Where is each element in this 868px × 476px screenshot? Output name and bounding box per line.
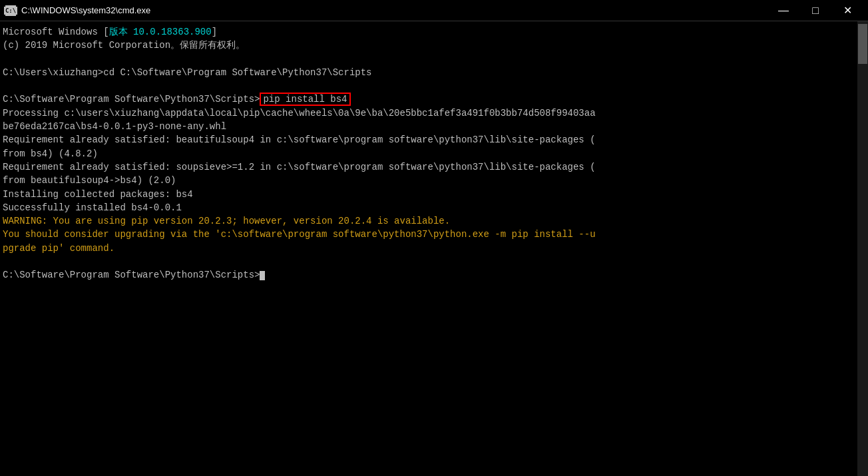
cmd-window: C:\ C:\WINDOWS\system32\cmd.exe — □ ✕ Mi… <box>0 0 868 476</box>
line-8: from bs4) (4.8.2) <box>3 147 852 160</box>
line-warning-1: WARNING: You are using pip version 20.2.… <box>3 214 852 228</box>
line-9: Requirement already satisfied: soupsieve… <box>3 160 852 174</box>
line-7: Requirement already satisfied: beautiful… <box>3 133 852 146</box>
minimize-button[interactable]: — <box>768 0 799 21</box>
line-blank-3 <box>3 255 852 268</box>
line-6: be76eda2167ca\bs4-0.0.1-py3-none-any.whl <box>3 120 852 133</box>
scrollbar-thumb[interactable] <box>858 24 867 64</box>
line-1: Microsoft Windows [版本 10.0.18363.900] <box>3 25 852 39</box>
line-3: C:\Users\xiuzhang>cd C:\Software\Program… <box>3 66 852 79</box>
scrollbar[interactable] <box>857 21 868 476</box>
line-prompt-final: C:\Software\Program Software\Python37\Sc… <box>3 268 852 282</box>
line-blank-2 <box>3 79 852 93</box>
cursor <box>260 271 265 280</box>
cmd-icon: C:\ <box>5 5 16 16</box>
window-title: C:\WINDOWS\system32\cmd.exe <box>21 5 150 15</box>
line-4: C:\Software\Program Software\Python37\Sc… <box>3 93 852 106</box>
close-button[interactable]: ✕ <box>832 0 863 21</box>
title-bar-left: C:\ C:\WINDOWS\system32\cmd.exe <box>5 5 150 16</box>
line-11: Installing collected packages: bs4 <box>3 188 852 201</box>
line-5: Processing c:\users\xiuzhang\appdata\loc… <box>3 107 852 120</box>
line-10: from beautifulsoup4->bs4) (2.0) <box>3 174 852 187</box>
terminal-content[interactable]: Microsoft Windows [版本 10.0.18363.900] (c… <box>0 21 868 476</box>
window-controls: — □ ✕ <box>768 0 863 21</box>
line-2: (c) 2019 Microsoft Corporation。保留所有权利。 <box>3 39 852 52</box>
terminal-text: Microsoft Windows [版本 10.0.18363.900] (c… <box>3 25 865 282</box>
maximize-button[interactable]: □ <box>800 0 831 21</box>
line-blank-1 <box>3 53 852 66</box>
line-warning-2: You should consider upgrading via the 'c… <box>3 228 852 241</box>
line-warning-3: pgrade pip' command. <box>3 242 852 255</box>
line-12: Successfully installed bs4-0.0.1 <box>3 201 852 214</box>
title-bar: C:\ C:\WINDOWS\system32\cmd.exe — □ ✕ <box>0 0 868 21</box>
